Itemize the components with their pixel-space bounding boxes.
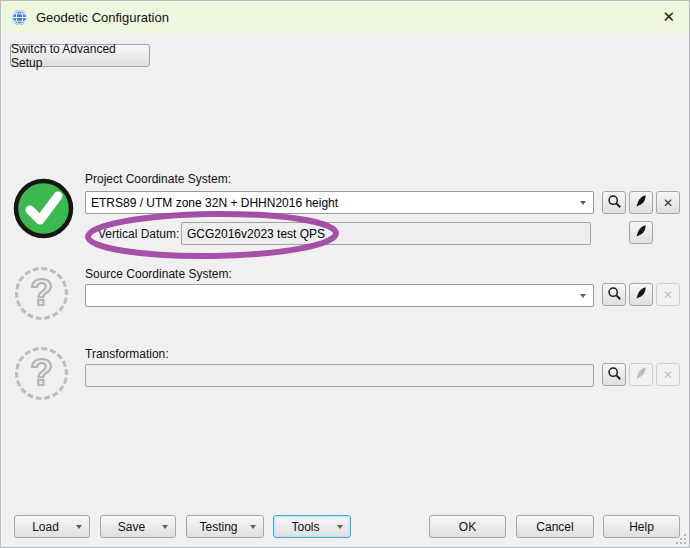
chevron-down-icon[interactable] [162,525,168,529]
pencil-icon [634,224,648,241]
switch-to-advanced-setup-label: Switch to Advanced Setup [11,42,149,70]
load-button-label: Load [15,520,76,534]
project-status-ok-icon [13,178,74,243]
project-search-button[interactable] [602,191,626,214]
cancel-button-label: Cancel [536,520,573,534]
clear-icon: ✕ [663,196,673,210]
source-coordinate-system-label: Source Coordinate System: [85,267,232,281]
transformation-status-unknown-icon: ? [15,347,68,400]
question-mark-icon: ? [30,274,53,311]
transformation-edit-button [629,363,653,386]
clear-icon: ✕ [663,288,673,302]
chevron-down-icon[interactable] [573,285,593,306]
resize-grip[interactable] [674,532,686,544]
chevron-down-icon[interactable] [250,525,256,529]
chevron-down-icon[interactable] [573,192,593,213]
search-icon [607,366,622,384]
source-coordinate-system-select[interactable] [85,284,594,307]
pencil-icon [634,194,648,211]
switch-to-advanced-setup-button[interactable]: Switch to Advanced Setup [10,44,150,67]
ok-button[interactable]: OK [429,515,506,538]
load-button[interactable]: Load [14,515,90,538]
source-search-button[interactable] [602,283,626,306]
project-coordinate-system-label: Project Coordinate System: [85,172,231,186]
tools-button-label: Tools [274,520,337,534]
search-icon [607,286,622,304]
cancel-button[interactable]: Cancel [516,515,594,538]
vertical-datum-label: Vertical Datum: [98,227,179,241]
source-edit-button[interactable] [629,283,653,306]
window-title: Geodetic Configuration [36,10,169,25]
testing-button-label: Testing [187,520,250,534]
pencil-icon [634,366,648,383]
project-coordinate-system-select[interactable]: ETRS89 / UTM zone 32N + DHHN2016 height [85,191,594,214]
transformation-clear-button: ✕ [656,363,680,386]
vertical-datum-field: GCG2016v2023 test QPS [181,222,591,245]
clear-icon: ✕ [663,368,673,382]
question-mark-icon: ? [30,354,53,391]
tools-button[interactable]: Tools [273,515,351,538]
source-clear-button: ✕ [656,283,680,306]
pencil-icon [634,286,648,303]
help-button-label: Help [629,520,654,534]
vertical-datum-value: GCG2016v2023 test QPS [187,227,325,241]
ok-button-label: OK [459,520,476,534]
save-button-label: Save [101,520,162,534]
help-button[interactable]: Help [603,515,680,538]
project-coordinate-system-value: ETRS89 / UTM zone 32N + DHHN2016 height [86,196,573,210]
globe-icon [11,9,28,26]
transformation-search-button[interactable] [602,363,626,386]
chevron-down-icon[interactable] [337,525,343,529]
testing-button[interactable]: Testing [186,515,264,538]
project-edit-button[interactable] [629,191,653,214]
save-button[interactable]: Save [100,515,176,538]
close-button[interactable]: ✕ [662,1,675,33]
geodetic-configuration-dialog: Geodetic Configuration ✕ Switch to Advan… [0,0,690,548]
transformation-field [85,364,594,387]
search-icon [607,194,622,212]
source-status-unknown-icon: ? [15,267,68,320]
project-clear-button[interactable]: ✕ [656,191,680,214]
chevron-down-icon[interactable] [76,525,82,529]
transformation-label: Transformation: [85,347,169,361]
vertical-datum-edit-button[interactable] [629,221,653,244]
title-bar[interactable]: Geodetic Configuration ✕ [1,1,689,33]
